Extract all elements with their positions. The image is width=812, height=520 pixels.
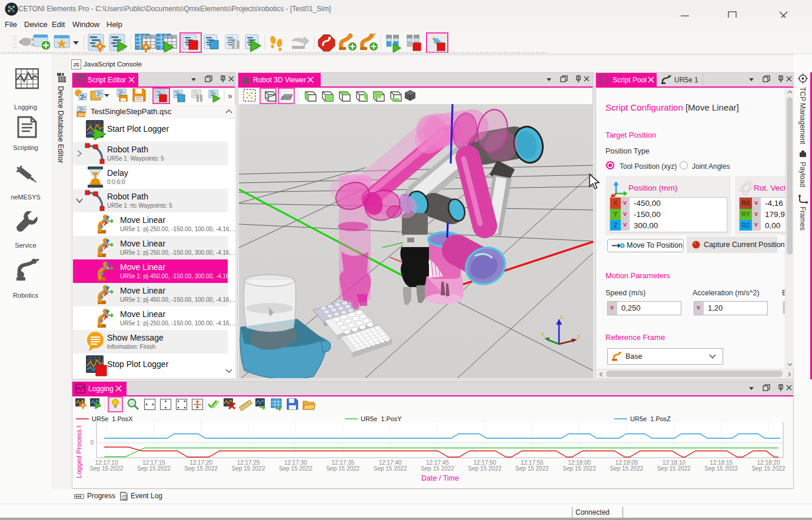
svg-text:Date / Time: Date / Time — [421, 474, 459, 482]
svg-text:Sep 15 2022: Sep 15 2022 — [515, 465, 549, 472]
svg-text:Sep 15 2022: Sep 15 2022 — [563, 465, 596, 472]
svg-text:Sep 15 2022: Sep 15 2022 — [374, 465, 407, 472]
svg-text:Sep 15 2022: Sep 15 2022 — [90, 465, 124, 472]
svg-text:Sep 15 2022: Sep 15 2022 — [657, 465, 691, 472]
svg-text:x: x — [577, 333, 580, 339]
svg-text:UR5e_1.PosZ: UR5e_1.PosZ — [630, 415, 671, 422]
svg-text:x: x — [541, 331, 544, 338]
svg-text:Sep 15 2022: Sep 15 2022 — [421, 465, 454, 472]
svg-text:Sep 15 2022: Sep 15 2022 — [468, 465, 502, 472]
svg-text:Sep 15 2022: Sep 15 2022 — [137, 465, 171, 472]
svg-text:Sep 15 2022: Sep 15 2022 — [326, 465, 360, 472]
svg-text:z: z — [560, 314, 563, 320]
svg-text:0: 0 — [90, 439, 94, 446]
svg-text:Sep 15 2022: Sep 15 2022 — [279, 465, 312, 472]
svg-text:Sep 15 2022: Sep 15 2022 — [184, 465, 218, 472]
svg-text:UR5e_1.PosX: UR5e_1.PosX — [92, 415, 133, 422]
svg-text:»: » — [228, 91, 232, 101]
svg-text:Sep 15 2022: Sep 15 2022 — [704, 465, 738, 472]
svg-text:Sep 15 2022: Sep 15 2022 — [232, 465, 265, 472]
svg-text:QSC: QSC — [78, 113, 85, 116]
svg-text:Logged Process I: Logged Process I — [75, 425, 82, 478]
svg-text:JS: JS — [73, 62, 79, 68]
svg-text:UR5e_1.PosY: UR5e_1.PosY — [361, 415, 402, 422]
svg-text:Sep 15 2022: Sep 15 2022 — [752, 465, 786, 472]
svg-text:Sep 15 2022: Sep 15 2022 — [610, 465, 644, 472]
